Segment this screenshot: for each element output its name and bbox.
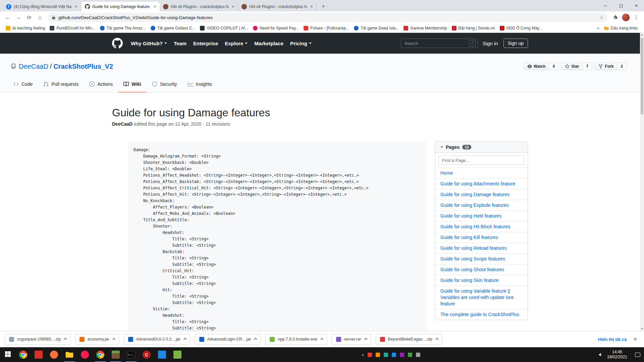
back-icon[interactable]: ← (3, 13, 12, 22)
bookmark-star-icon[interactable]: ☆ (599, 15, 604, 20)
firefox-icon[interactable] (46, 347, 62, 362)
page-link[interactable]: Guide for using Hit Block features (435, 222, 528, 232)
tab-pull-requests[interactable]: Pull requests (38, 76, 84, 93)
bookmark-item[interactable]: Tải game Dead Isla... (352, 25, 401, 32)
bookmark-item[interactable]: Đặt hàng | Sendo.vn (449, 25, 497, 32)
watch-button[interactable]: Watch (524, 63, 549, 70)
browser-tab[interactable]: f(4) Cộng đồng Minecraft Việt Na...✕ (3, 2, 81, 11)
page-link[interactable]: Guide for using Variable feature || Vari… (435, 286, 528, 309)
maximize-button[interactable] (613, 0, 629, 11)
star-count[interactable]: 7 (583, 63, 592, 70)
page-link[interactable]: Home (435, 168, 528, 178)
scroll-down-icon[interactable]: ▼ (641, 327, 643, 331)
extensions-icon[interactable] (611, 13, 620, 22)
page-link[interactable]: Guide for using Shoot features (435, 264, 528, 275)
tab-close-icon[interactable]: ✕ (74, 4, 78, 9)
taskbar-clock[interactable]: 14:45 19/02/2021 (605, 350, 629, 360)
download-item[interactable]: economy.jar (75, 334, 119, 345)
page-link[interactable]: Guide for using Damage features (435, 189, 528, 200)
page-link[interactable]: Guide for using Skin feature (435, 275, 528, 286)
tray-green-icon[interactable] (408, 353, 412, 357)
tab-close-icon[interactable]: ✕ (310, 4, 314, 9)
opera-icon[interactable] (77, 347, 93, 362)
tab-security[interactable]: Security (147, 76, 182, 93)
action-center-button[interactable] (631, 347, 644, 362)
start-button[interactable] (0, 347, 15, 362)
show-all-downloads-button[interactable]: Hiển thị tất cả (598, 337, 627, 342)
download-item[interactable]: AdvancedLogin-CR....jar (195, 334, 261, 345)
tab-insights[interactable]: Insights (182, 76, 217, 93)
chevron-up-icon[interactable] (254, 338, 257, 341)
bookmark-item[interactable]: VIDEO COPILOT | Af... (198, 25, 251, 32)
bookmark-item[interactable]: tả teeching feeling (3, 25, 47, 32)
volume-icon[interactable] (598, 352, 603, 357)
fork-button[interactable]: Fork (595, 63, 617, 70)
page-link[interactable]: Guide for using Reload features (435, 243, 528, 253)
github-nav-why-github-[interactable]: Why GitHub? (131, 41, 167, 46)
download-item[interactable]: AdvancedGUI-2.0.2....jar (124, 334, 190, 345)
bookmark-item[interactable]: Garena Membership (401, 25, 449, 32)
chevron-up-icon[interactable] (64, 338, 67, 341)
notepadpp-icon[interactable] (170, 347, 185, 362)
github-logo-icon[interactable] (112, 38, 123, 49)
github-nav-team[interactable]: Team (174, 41, 186, 46)
tab-close-icon[interactable]: ✕ (153, 4, 157, 9)
tray-gray-icon[interactable] (416, 353, 420, 357)
repo-name-link[interactable]: CrackShotPlus_V2 (53, 63, 113, 70)
watch-count[interactable]: 4 (549, 63, 559, 70)
scrollbar-thumb[interactable] (641, 38, 643, 115)
minecraft-icon[interactable] (108, 347, 123, 362)
pages-header[interactable]: Pages 13 (435, 142, 528, 153)
repo-owner-link[interactable]: DeeCaaD (19, 63, 48, 70)
minimize-button[interactable] (598, 0, 613, 11)
bookmark-item[interactable]: PureBDcraft for Min... (47, 25, 97, 32)
github-nav-explore[interactable]: Explore (225, 41, 248, 46)
page-link[interactable]: The complete guide to CrackShotPlus (435, 309, 528, 320)
download-item[interactable]: csgunpack-156565....zip (5, 334, 70, 345)
other-bookmarks-button[interactable]: Dấu trang khác (601, 25, 641, 32)
tray-orange-icon[interactable] (376, 353, 380, 357)
browser-tab[interactable]: Hỏi về Plugins - crackshotplus ha...✕ (238, 2, 317, 11)
chevron-up-icon[interactable] (112, 338, 116, 341)
github-search-input[interactable] (405, 41, 469, 46)
star-button[interactable]: Star (561, 63, 583, 70)
page-link[interactable]: Guide for using Explode features (435, 200, 528, 210)
omnibox[interactable]: ☆ (48, 13, 608, 22)
tab-close-icon[interactable]: ✕ (231, 4, 235, 9)
github-nav-pricing[interactable]: Pricing (290, 41, 312, 46)
download-item[interactable]: BeyondBeliefLegac....zip (376, 334, 442, 345)
github-nav-marketplace[interactable]: Marketplace (254, 41, 283, 46)
github-search[interactable]: / (401, 39, 478, 48)
chevron-up-icon[interactable] (320, 338, 324, 341)
tab-code[interactable]: Code (8, 76, 38, 93)
tray-red-icon[interactable] (368, 353, 372, 357)
find-page-input[interactable] (438, 156, 524, 165)
new-tab-button[interactable]: + (319, 2, 328, 11)
tray-expand-icon[interactable]: ˄ (362, 353, 364, 357)
chrome-icon[interactable] (15, 347, 31, 362)
bookmark-item[interactable]: HDD Ổ Cứng Máy... (497, 25, 545, 32)
page-link[interactable]: Guide for using Attachments feature (435, 179, 528, 189)
bookmarks-overflow-icon[interactable]: » (595, 25, 601, 31)
page-link[interactable]: Guide for using Held features (435, 211, 528, 221)
app-c-icon[interactable]: C (139, 347, 154, 362)
tray-blue-icon[interactable] (392, 353, 396, 357)
bookmark-item[interactable]: Need for Speed Pay... (251, 25, 301, 32)
scrollbar[interactable]: ▲ ▼ (640, 33, 644, 331)
file-explorer-icon[interactable] (62, 347, 77, 362)
terminal-icon[interactable]: C:\_ (123, 347, 139, 362)
profile-avatar[interactable] (622, 13, 630, 21)
chrome-browser-icon[interactable] (93, 347, 108, 362)
browser-tab[interactable]: Guide for using Damage feature...✕ (81, 2, 160, 11)
fork-count[interactable]: 2 (617, 63, 627, 70)
tab-wiki[interactable]: Wiki (118, 76, 147, 93)
github-nav-enterprise[interactable]: Enterprise (193, 41, 218, 46)
bookmark-item[interactable]: Fshare - [Fullcrackp... (301, 25, 352, 32)
tray-purple-icon[interactable] (400, 353, 404, 357)
sign-in-link[interactable]: Sign in (483, 41, 498, 46)
download-item[interactable]: npp.7.9.3.Installer.exe (265, 334, 327, 345)
url-input[interactable] (58, 15, 597, 20)
chevron-up-icon[interactable] (435, 338, 439, 341)
scroll-up-icon[interactable]: ▲ (641, 33, 643, 37)
forward-icon[interactable]: → (14, 13, 23, 22)
